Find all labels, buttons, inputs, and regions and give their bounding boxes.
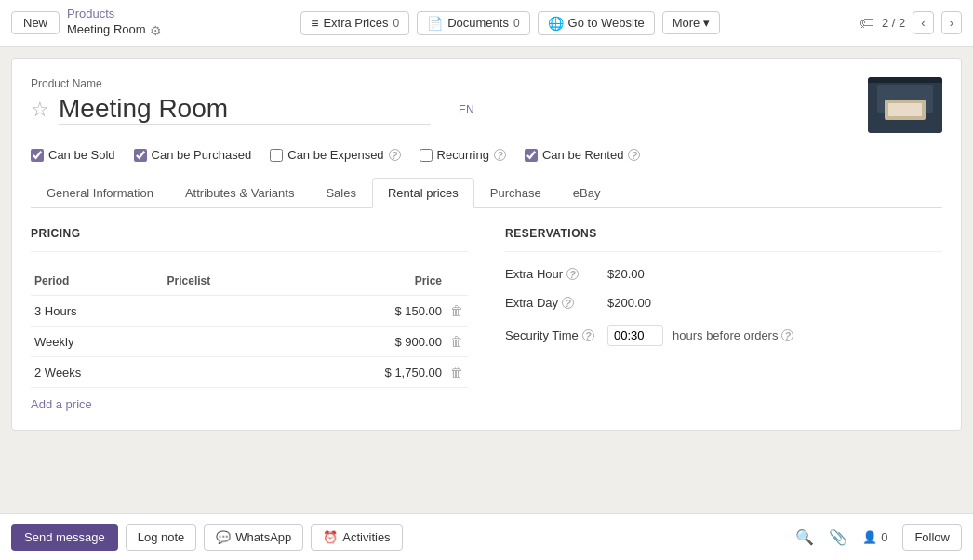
can-be-rented-checkbox[interactable]: Can be Rented ? <box>525 148 640 162</box>
lang-badge[interactable]: EN <box>459 103 474 116</box>
can-be-purchased-input[interactable] <box>134 149 147 162</box>
delete-row-button[interactable]: 🗑 <box>450 334 463 349</box>
send-message-button[interactable]: Send message <box>11 524 118 551</box>
product-title-row: ☆ EN <box>31 94 868 125</box>
extra-hour-help-icon[interactable]: ? <box>566 268 579 280</box>
search-icon[interactable]: 🔍 <box>795 528 814 546</box>
documents-button[interactable]: 📄 Documents 0 <box>417 11 529 35</box>
content-area: PRICING Period Pricelist Price 3 Hours <box>31 227 942 411</box>
can-be-sold-checkbox[interactable]: Can be Sold <box>31 148 115 162</box>
period-cell: 3 Hours <box>31 296 164 327</box>
new-button[interactable]: New <box>11 11 60 34</box>
extra-hour-row: Extra Hour ? $20.00 <box>505 267 942 281</box>
activities-label: Activities <box>342 530 390 544</box>
attachment-count-value: 0 <box>881 530 887 544</box>
can-be-purchased-label: Can be Purchased <box>152 148 252 162</box>
security-time-label: Security Time ? <box>505 328 598 342</box>
recurring-help-icon[interactable]: ? <box>494 149 506 161</box>
period-cell: 2 Weeks <box>31 357 164 388</box>
recurring-checkbox[interactable]: Recurring ? <box>420 148 506 162</box>
reservations-section-title: RESERVATIONS <box>505 227 942 240</box>
extra-prices-button[interactable]: ≡ Extra Prices 0 <box>300 11 409 35</box>
hours-before-help-icon[interactable]: ? <box>781 329 793 341</box>
go-website-label: Go to Website <box>568 16 645 30</box>
price-cell: $ 1,750.00 <box>287 357 446 388</box>
clock-icon: ⏰ <box>323 530 338 544</box>
pricing-table-header: Period Pricelist Price <box>31 267 468 296</box>
pricelist-cell <box>164 296 288 327</box>
delete-cell: 🗑 <box>446 327 468 357</box>
activities-button[interactable]: ⏰ Activities <box>311 524 402 551</box>
person-icon: 👤 <box>862 530 877 544</box>
table-row: 2 Weeks $ 1,750.00 🗑 <box>31 357 468 388</box>
can-be-sold-label: Can be Sold <box>48 148 115 162</box>
list-icon: ≡ <box>311 16 318 31</box>
log-note-button[interactable]: Log note <box>126 524 197 551</box>
paperclip-icon[interactable]: 📎 <box>829 528 847 546</box>
gear-icon[interactable]: ⚙ <box>150 22 162 39</box>
delete-row-button[interactable]: 🗑 <box>450 365 463 380</box>
product-title-input[interactable] <box>59 94 431 125</box>
extra-hour-value: $20.00 <box>607 267 645 281</box>
can-be-purchased-checkbox[interactable]: Can be Purchased <box>134 148 252 162</box>
delete-header <box>446 267 468 296</box>
extra-prices-badge: 0 <box>393 17 399 30</box>
tab-general-information[interactable]: General Information <box>31 178 169 208</box>
security-time-help-icon[interactable]: ? <box>582 329 594 341</box>
documents-badge: 0 <box>513 17 520 30</box>
product-name-label: Product Name <box>31 77 868 90</box>
product-image <box>868 77 942 133</box>
globe-icon: 🌐 <box>548 16 564 31</box>
period-header: Period <box>31 267 164 296</box>
extra-day-help-icon[interactable]: ? <box>562 297 574 309</box>
can-be-rented-label: Can be Rented <box>542 148 623 162</box>
go-website-button[interactable]: 🌐 Go to Website <box>538 11 655 35</box>
topbar-right: 🏷 2 / 2 ‹ › <box>860 11 962 34</box>
tab-ebay[interactable]: eBay <box>557 178 617 208</box>
can-be-expensed-input[interactable] <box>270 149 283 162</box>
can-be-expensed-checkbox[interactable]: Can be Expensed ? <box>270 148 400 162</box>
breadcrumb-current: Meeting Room ⚙ <box>67 22 162 39</box>
whatsapp-label: WhatsApp <box>235 530 291 544</box>
breadcrumb-parent[interactable]: Products <box>67 7 162 22</box>
breadcrumb: Products Meeting Room ⚙ <box>67 7 162 39</box>
price-cell: $ 900.00 <box>287 327 446 357</box>
svg-rect-4 <box>868 77 942 83</box>
delete-cell: 🗑 <box>446 357 468 388</box>
hours-before-label: hours before orders ? <box>673 328 793 342</box>
pricing-table: Period Pricelist Price 3 Hours $ 150.00 <box>31 267 468 388</box>
reservations-section: RESERVATIONS Extra Hour ? $20.00 Extra D… <box>505 227 942 411</box>
add-price-link[interactable]: Add a price <box>31 397 92 411</box>
bookmark-icon[interactable]: 🏷 <box>860 15 874 32</box>
recurring-input[interactable] <box>420 149 433 162</box>
topbar-center: ≡ Extra Prices 0 📄 Documents 0 🌐 Go to W… <box>300 11 720 35</box>
next-button[interactable]: › <box>941 11 962 34</box>
tab-rental-prices[interactable]: Rental prices <box>372 178 474 208</box>
star-icon[interactable]: ☆ <box>31 100 49 120</box>
product-image-inner <box>868 77 942 133</box>
can-be-rented-input[interactable] <box>525 149 538 162</box>
product-header-left: Product Name ☆ EN <box>31 77 868 125</box>
security-time-input[interactable] <box>607 325 663 346</box>
pricelist-header: Pricelist <box>164 267 288 296</box>
follow-button[interactable]: Follow <box>902 524 962 551</box>
tab-sales[interactable]: Sales <box>310 178 372 208</box>
documents-label: Documents <box>447 16 509 30</box>
more-label: More <box>673 16 700 30</box>
pricelist-cell <box>164 357 288 388</box>
delete-row-button[interactable]: 🗑 <box>450 303 463 318</box>
tab-purchase[interactable]: Purchase <box>474 178 557 208</box>
prev-button[interactable]: ‹ <box>913 11 933 34</box>
tab-attributes-variants[interactable]: Attributes & Variants <box>169 178 311 208</box>
reservations-divider <box>505 251 942 252</box>
checkboxes-row: Can be Sold Can be Purchased Can be Expe… <box>31 148 942 162</box>
whatsapp-button[interactable]: 💬 WhatsApp <box>204 524 303 551</box>
can-be-expensed-help-icon[interactable]: ? <box>389 149 401 161</box>
can-be-sold-input[interactable] <box>31 149 44 162</box>
topbar-left: New Products Meeting Room ⚙ <box>11 7 162 39</box>
more-button[interactable]: More ▾ <box>662 11 721 34</box>
can-be-rented-help-icon[interactable]: ? <box>628 149 640 161</box>
recurring-label: Recurring <box>437 148 489 162</box>
tabs: General Information Attributes & Variant… <box>31 177 942 208</box>
attachment-count: 👤 0 <box>862 530 887 544</box>
